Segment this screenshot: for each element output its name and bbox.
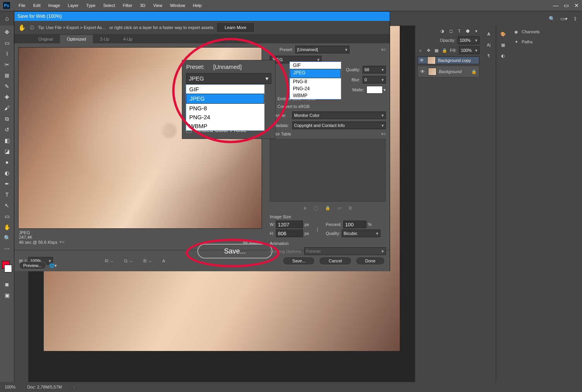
inset-format-select[interactable]: JPEG▾ — [186, 73, 271, 84]
opacity-select[interactable]: 100%▾ — [458, 36, 479, 44]
cancel-button[interactable]: Cancel — [319, 257, 351, 265]
browser-icon[interactable]: 🌐▾ — [49, 263, 57, 268]
history-brush-icon[interactable]: ↺ — [2, 125, 12, 134]
format-option[interactable]: GIF — [290, 62, 341, 69]
screenmode-icon[interactable]: ▣ — [2, 291, 12, 300]
pixel-lock-icon[interactable]: ▦ — [434, 47, 440, 53]
heal-tool-icon[interactable]: ✚ — [2, 93, 12, 101]
window-max-icon[interactable]: ▭ — [564, 2, 569, 9]
format-option[interactable]: WBMP — [290, 92, 341, 99]
menu-image[interactable]: Image — [45, 3, 64, 8]
paths-label[interactable]: Paths — [522, 39, 532, 44]
layer-row[interactable]: 👁 Background 🔒 — [418, 66, 479, 77]
matte-arrow-icon[interactable]: ▾ — [383, 87, 386, 92]
link-dims-icon[interactable]: ] — [317, 227, 318, 231]
marquee-tool-icon[interactable]: ▭ — [2, 39, 12, 47]
dodge-tool-icon[interactable]: ◐ — [2, 169, 12, 177]
type-opts-icon[interactable]: T — [456, 28, 462, 34]
save-button[interactable]: Save... — [282, 257, 315, 265]
resample-select[interactable]: Bicubic▾ — [342, 229, 380, 237]
stats-menu-icon[interactable]: ▾≡ — [60, 240, 64, 245]
menu-3d[interactable]: 3D — [136, 3, 149, 8]
arrange-icon[interactable]: ▭▾ — [560, 16, 568, 22]
channels-label[interactable]: Channels — [522, 29, 539, 34]
format-option[interactable]: PNG-8 — [290, 78, 341, 85]
blur-tool-icon[interactable]: ● — [2, 158, 12, 166]
tab-2up[interactable]: 2-Up — [93, 35, 116, 43]
preset-select[interactable]: [Unnamed]▾ — [295, 46, 349, 53]
ct-icon[interactable]: 🔒 — [325, 205, 330, 211]
more-tools-icon[interactable]: ⋯ — [2, 245, 12, 253]
learn-more-button[interactable]: Learn More — [217, 23, 253, 32]
tab-original[interactable]: Original — [31, 35, 60, 43]
gradient-tool-icon[interactable]: ◪ — [2, 147, 12, 156]
preset-menu-icon[interactable]: ▾≡ — [381, 47, 386, 52]
window-close-icon[interactable]: ✕ — [574, 2, 579, 9]
paths-icon[interactable]: ✦ — [513, 39, 519, 45]
fill-select[interactable]: 100%▾ — [459, 46, 479, 54]
char-panel-icon[interactable]: A — [486, 31, 492, 37]
para-panel-icon[interactable]: A| — [486, 42, 492, 48]
lock-icon[interactable]: 🔒 — [442, 47, 448, 53]
share-icon[interactable]: ⇪ — [573, 16, 577, 22]
background-swatch[interactable] — [4, 265, 12, 272]
menu-edit[interactable]: Edit — [29, 3, 45, 8]
big-save-button[interactable]: Save... — [197, 244, 272, 258]
colortable-menu-icon[interactable]: ▾≡ — [381, 132, 386, 137]
height-input[interactable] — [276, 229, 303, 237]
done-button[interactable]: Done — [356, 257, 385, 265]
mask-icon[interactable]: ◻ — [448, 28, 454, 34]
blur-select[interactable]: 0▾ — [363, 76, 386, 84]
format-option[interactable]: PNG-24 — [290, 85, 341, 92]
path-tool-icon[interactable]: ↖ — [2, 201, 12, 210]
percent-input[interactable] — [343, 221, 366, 228]
styles-panel-icon[interactable]: ◐ — [500, 53, 506, 59]
color-panel-icon[interactable]: 🎨 — [500, 31, 506, 37]
tab-optimized[interactable]: Optimized — [60, 35, 93, 43]
preview-mode-select[interactable]: Monitor Color▾ — [292, 111, 386, 119]
stamp-tool-icon[interactable]: ⧉ — [2, 115, 12, 123]
menu-file[interactable]: File — [15, 3, 29, 8]
ct-icon[interactable]: ◯ — [313, 205, 318, 211]
shape-tool-icon[interactable]: ▭ — [2, 212, 12, 221]
menu-help[interactable]: Help — [189, 3, 206, 8]
menu-type[interactable]: Type — [82, 3, 99, 8]
lasso-tool-icon[interactable]: ⌇ — [2, 50, 12, 58]
ct-trash-icon[interactable]: 🗑 — [348, 205, 353, 211]
quality-select[interactable]: 68▾ — [363, 66, 386, 74]
menu-select[interactable]: Select — [99, 3, 119, 8]
more-opts-icon[interactable]: ▾ — [473, 28, 479, 34]
swatches-panel-icon[interactable]: ▦ — [500, 42, 506, 48]
eyedropper-tool-icon[interactable]: ✎ — [2, 82, 12, 91]
window-min-icon[interactable]: — — [553, 2, 558, 9]
inset-format-option[interactable]: GIF — [186, 85, 264, 94]
3d-opts-icon[interactable]: ⬢ — [465, 28, 471, 34]
eraser-tool-icon[interactable]: ◧ — [2, 136, 12, 145]
ct-icon[interactable]: ◈ — [303, 205, 306, 211]
ct-icon[interactable]: ▭ — [337, 205, 341, 211]
quickmask-icon[interactable]: ◙ — [2, 280, 12, 289]
menu-filter[interactable]: Filter — [119, 3, 136, 8]
format-option[interactable]: JPEG — [290, 69, 341, 78]
pen-tool-icon[interactable]: ✒ — [2, 180, 12, 188]
width-input[interactable] — [276, 221, 303, 228]
inset-format-option[interactable]: PNG-24 — [186, 113, 264, 122]
layer-row[interactable]: 👁 Background copy — [418, 56, 479, 64]
adjust-icon[interactable]: ◑ — [439, 28, 445, 34]
menu-window[interactable]: Window — [166, 3, 189, 8]
hand-tool-icon[interactable]: ✋ — [2, 223, 12, 231]
preview-button[interactable]: Preview... — [19, 262, 46, 269]
status-arrow-icon[interactable]: › — [74, 385, 75, 389]
visibility-icon[interactable]: 👁 — [419, 58, 425, 63]
menu-view[interactable]: View — [149, 3, 166, 8]
move-lock-icon[interactable]: ✥ — [426, 47, 431, 53]
inset-format-option[interactable]: JPEG — [186, 94, 264, 104]
glyph-panel-icon[interactable]: ¶ — [486, 53, 492, 59]
home-icon[interactable]: ⌂ — [0, 12, 14, 25]
crop-tool-icon[interactable]: ✂ — [2, 60, 12, 69]
move-tool-icon[interactable]: ✥ — [2, 28, 12, 36]
menu-layer[interactable]: Layer — [64, 3, 82, 8]
type-tool-icon[interactable]: T — [2, 190, 12, 199]
inset-format-option[interactable]: WBMP — [186, 122, 264, 130]
search-icon[interactable]: 🔍 — [549, 16, 555, 22]
